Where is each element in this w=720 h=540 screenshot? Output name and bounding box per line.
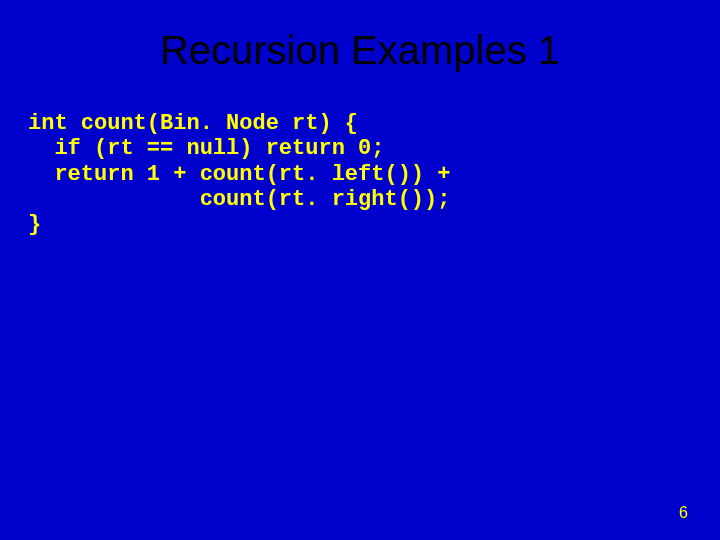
page-number: 6 (679, 504, 688, 522)
code-block: int count(Bin. Node rt) { if (rt == null… (28, 111, 720, 237)
slide-title: Recursion Examples 1 (0, 0, 720, 73)
